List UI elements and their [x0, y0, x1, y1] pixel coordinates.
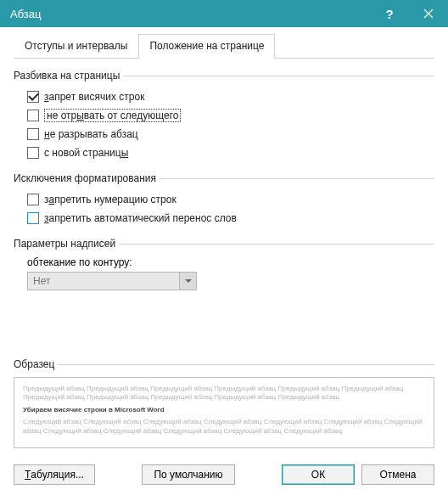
chevron-down-icon — [179, 273, 196, 290]
close-button[interactable] — [409, 0, 448, 27]
window-title: Абзац — [10, 8, 370, 20]
titlebar: Абзац ? — [0, 0, 448, 27]
help-button[interactable]: ? — [370, 0, 409, 27]
dialog-content: Отступы и интервалы Положение на страниц… — [0, 27, 448, 448]
checkbox-label: запрет висячих строк — [44, 91, 144, 103]
checkbox-icon — [27, 110, 39, 121]
preview-sample-text: Убираем висячие строки в Microsoft Word — [23, 406, 425, 414]
checkbox-keep-lines-together[interactable]: не разрывать абзац — [27, 126, 434, 143]
group-exceptions-title: Исключения форматирования — [14, 172, 434, 184]
dialog-footer: Табуляция... По умолчанию ОК Отмена — [0, 454, 448, 495]
tab-strip: Отступы и интервалы Положение на страниц… — [14, 34, 434, 59]
preview-next-text: Следующий абзац Следующий абзац Следующи… — [23, 418, 425, 436]
checkbox-widow-control[interactable]: запрет висячих строк — [27, 88, 434, 105]
checkbox-icon — [27, 91, 39, 103]
checkbox-page-break-before[interactable]: с новой страницы — [27, 144, 434, 161]
default-button[interactable]: По умолчанию — [142, 464, 235, 485]
preview-box: Предыдущий абзац Предыдущий абзац Предыд… — [14, 377, 434, 448]
checkbox-icon — [27, 128, 39, 140]
checkbox-label: с новой страницы — [44, 147, 128, 159]
checkbox-keep-with-next[interactable]: не отрывать от следующего — [27, 107, 434, 124]
tabs-button[interactable]: Табуляция... — [14, 464, 95, 485]
group-preview-title: Образец — [14, 358, 434, 370]
checkbox-icon — [27, 194, 39, 205]
group-caption-title: Параметры надписей — [14, 238, 434, 250]
checkbox-label: не отрывать от следующего — [44, 109, 181, 122]
checkbox-label: запретить автоматический перенос слов — [44, 212, 237, 224]
checkbox-suppress-hyphenation[interactable]: запретить автоматический перенос слов — [27, 210, 434, 227]
group-pagination-title: Разбивка на страницы — [14, 70, 434, 82]
preview-prev-text: Предыдущий абзац Предыдущий абзац Предыд… — [23, 385, 425, 402]
checkbox-icon — [27, 147, 39, 159]
checkbox-label: запретить нумерацию строк — [44, 194, 176, 205]
cancel-button[interactable]: Отмена — [361, 464, 434, 485]
wrap-combo-value: Нет — [28, 275, 179, 287]
checkbox-suppress-line-numbers[interactable]: запретить нумерацию строк — [27, 191, 434, 208]
ok-button[interactable]: ОК — [282, 464, 355, 485]
wrap-combo[interactable]: Нет — [27, 272, 197, 290]
tab-position[interactable]: Положение на странице — [138, 34, 275, 59]
wrap-label: обтекание по контуру: — [27, 256, 434, 268]
checkbox-icon — [27, 212, 39, 224]
tab-indents[interactable]: Отступы и интервалы — [14, 34, 138, 58]
checkbox-label: не разрывать абзац — [44, 128, 138, 140]
